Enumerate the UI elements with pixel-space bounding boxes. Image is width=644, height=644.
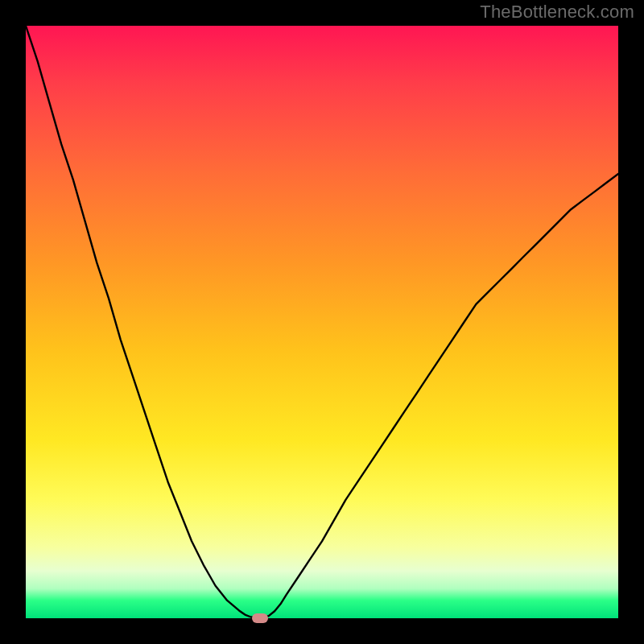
- optimal-point-marker: [252, 613, 268, 623]
- watermark-text: TheBottleneck.com: [480, 2, 634, 23]
- bottleneck-curve: [26, 26, 618, 618]
- chart-frame: TheBottleneck.com: [0, 0, 644, 644]
- plot-area: [26, 26, 618, 618]
